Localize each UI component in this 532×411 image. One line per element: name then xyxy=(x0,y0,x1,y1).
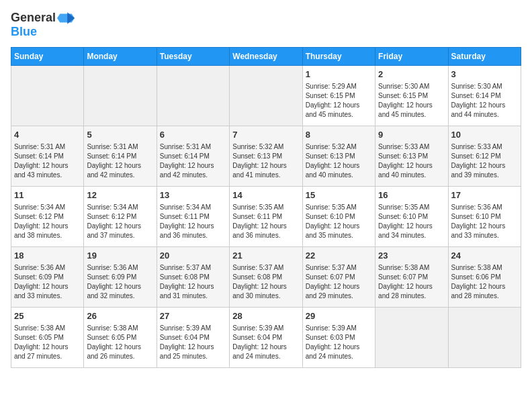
calendar-cell: 25Sunrise: 5:38 AM Sunset: 6:05 PM Dayli… xyxy=(11,307,84,367)
day-info: Sunrise: 5:36 AM Sunset: 6:10 PM Dayligh… xyxy=(451,203,518,240)
calendar-week-1: 1Sunrise: 5:29 AM Sunset: 6:15 PM Daylig… xyxy=(11,65,521,126)
calendar-cell xyxy=(448,307,521,367)
col-header-tuesday: Tuesday xyxy=(157,47,229,65)
day-info: Sunrise: 5:38 AM Sunset: 6:06 PM Dayligh… xyxy=(451,263,518,301)
day-number: 7 xyxy=(232,129,299,141)
day-info: Sunrise: 5:30 AM Sunset: 6:14 PM Dayligh… xyxy=(451,82,518,120)
calendar-cell xyxy=(375,307,448,367)
calendar-week-5: 25Sunrise: 5:38 AM Sunset: 6:05 PM Dayli… xyxy=(11,307,521,367)
calendar-cell: 6Sunrise: 5:31 AM Sunset: 6:14 PM Daylig… xyxy=(157,126,229,186)
calendar-cell: 3Sunrise: 5:30 AM Sunset: 6:14 PM Daylig… xyxy=(448,65,521,126)
day-number: 8 xyxy=(306,129,372,141)
day-number: 13 xyxy=(160,189,226,201)
day-number: 14 xyxy=(232,189,299,201)
calendar-cell: 18Sunrise: 5:36 AM Sunset: 6:09 PM Dayli… xyxy=(11,246,84,307)
day-info: Sunrise: 5:36 AM Sunset: 6:09 PM Dayligh… xyxy=(87,263,153,301)
day-number: 2 xyxy=(378,68,445,81)
day-info: Sunrise: 5:31 AM Sunset: 6:14 PM Dayligh… xyxy=(87,142,153,180)
calendar-cell: 29Sunrise: 5:39 AM Sunset: 6:03 PM Dayli… xyxy=(302,307,375,367)
calendar-cell: 12Sunrise: 5:34 AM Sunset: 6:12 PM Dayli… xyxy=(84,186,157,246)
calendar-cell xyxy=(84,65,157,126)
day-info: Sunrise: 5:35 AM Sunset: 6:10 PM Dayligh… xyxy=(306,203,372,240)
day-number: 28 xyxy=(232,310,299,322)
day-info: Sunrise: 5:38 AM Sunset: 6:05 PM Dayligh… xyxy=(87,324,153,361)
calendar-cell: 1Sunrise: 5:29 AM Sunset: 6:15 PM Daylig… xyxy=(302,65,375,126)
col-header-thursday: Thursday xyxy=(302,47,375,65)
col-header-monday: Monday xyxy=(84,47,157,65)
calendar-week-2: 4Sunrise: 5:31 AM Sunset: 6:14 PM Daylig… xyxy=(11,126,521,186)
day-info: Sunrise: 5:35 AM Sunset: 6:11 PM Dayligh… xyxy=(232,203,299,240)
calendar-week-3: 11Sunrise: 5:34 AM Sunset: 6:12 PM Dayli… xyxy=(11,186,521,246)
day-info: Sunrise: 5:37 AM Sunset: 6:08 PM Dayligh… xyxy=(160,263,226,301)
day-info: Sunrise: 5:33 AM Sunset: 6:12 PM Dayligh… xyxy=(451,142,518,180)
day-number: 19 xyxy=(87,250,153,262)
calendar-cell: 8Sunrise: 5:32 AM Sunset: 6:13 PM Daylig… xyxy=(302,126,375,186)
day-info: Sunrise: 5:34 AM Sunset: 6:11 PM Dayligh… xyxy=(160,203,226,240)
day-info: Sunrise: 5:38 AM Sunset: 6:07 PM Dayligh… xyxy=(378,263,445,301)
col-header-friday: Friday xyxy=(375,47,448,65)
day-info: Sunrise: 5:34 AM Sunset: 6:12 PM Dayligh… xyxy=(14,203,81,240)
day-number: 1 xyxy=(306,68,372,81)
calendar-cell: 4Sunrise: 5:31 AM Sunset: 6:14 PM Daylig… xyxy=(11,126,84,186)
day-info: Sunrise: 5:31 AM Sunset: 6:14 PM Dayligh… xyxy=(14,142,81,180)
calendar-cell: 24Sunrise: 5:38 AM Sunset: 6:06 PM Dayli… xyxy=(448,246,521,307)
calendar-cell: 17Sunrise: 5:36 AM Sunset: 6:10 PM Dayli… xyxy=(448,186,521,246)
day-number: 24 xyxy=(451,250,518,262)
calendar-cell: 11Sunrise: 5:34 AM Sunset: 6:12 PM Dayli… xyxy=(11,186,84,246)
day-info: Sunrise: 5:35 AM Sunset: 6:10 PM Dayligh… xyxy=(378,203,445,240)
day-number: 29 xyxy=(306,310,372,322)
day-info: Sunrise: 5:33 AM Sunset: 6:13 PM Dayligh… xyxy=(378,142,445,180)
col-header-wednesday: Wednesday xyxy=(230,47,302,65)
calendar-cell: 14Sunrise: 5:35 AM Sunset: 6:11 PM Dayli… xyxy=(230,186,302,246)
logo: General Blue xyxy=(11,11,75,39)
day-number: 27 xyxy=(160,310,226,322)
calendar-cell: 28Sunrise: 5:39 AM Sunset: 6:04 PM Dayli… xyxy=(230,307,302,367)
day-number: 16 xyxy=(378,189,445,201)
calendar-cell xyxy=(11,65,84,126)
day-number: 11 xyxy=(14,189,81,201)
calendar-cell: 10Sunrise: 5:33 AM Sunset: 6:12 PM Dayli… xyxy=(448,126,521,186)
calendar-cell xyxy=(230,65,302,126)
calendar-cell: 20Sunrise: 5:37 AM Sunset: 6:08 PM Dayli… xyxy=(157,246,229,307)
day-number: 12 xyxy=(87,189,153,201)
day-info: Sunrise: 5:34 AM Sunset: 6:12 PM Dayligh… xyxy=(87,203,153,240)
day-number: 10 xyxy=(451,129,518,141)
day-info: Sunrise: 5:29 AM Sunset: 6:15 PM Dayligh… xyxy=(306,82,372,120)
day-number: 23 xyxy=(378,250,445,262)
page-header: General Blue xyxy=(11,11,521,39)
calendar-cell: 16Sunrise: 5:35 AM Sunset: 6:10 PM Dayli… xyxy=(375,186,448,246)
day-number: 21 xyxy=(232,250,299,262)
calendar-table: SundayMondayTuesdayWednesdayThursdayFrid… xyxy=(11,47,521,368)
calendar-cell: 2Sunrise: 5:30 AM Sunset: 6:15 PM Daylig… xyxy=(375,65,448,126)
day-number: 4 xyxy=(14,129,81,141)
day-number: 6 xyxy=(160,129,226,141)
day-number: 22 xyxy=(306,250,372,262)
calendar-cell: 27Sunrise: 5:39 AM Sunset: 6:04 PM Dayli… xyxy=(157,307,229,367)
day-number: 25 xyxy=(14,310,81,322)
day-info: Sunrise: 5:36 AM Sunset: 6:09 PM Dayligh… xyxy=(14,263,81,301)
day-info: Sunrise: 5:31 AM Sunset: 6:14 PM Dayligh… xyxy=(160,142,226,180)
calendar-week-4: 18Sunrise: 5:36 AM Sunset: 6:09 PM Dayli… xyxy=(11,246,521,307)
day-number: 3 xyxy=(451,68,518,81)
calendar-cell: 19Sunrise: 5:36 AM Sunset: 6:09 PM Dayli… xyxy=(84,246,157,307)
day-info: Sunrise: 5:32 AM Sunset: 6:13 PM Dayligh… xyxy=(306,142,372,180)
day-number: 26 xyxy=(87,310,153,322)
calendar-cell: 22Sunrise: 5:37 AM Sunset: 6:07 PM Dayli… xyxy=(302,246,375,307)
day-number: 15 xyxy=(306,189,372,201)
logo-general-text: General xyxy=(11,11,56,25)
calendar-cell: 13Sunrise: 5:34 AM Sunset: 6:11 PM Dayli… xyxy=(157,186,229,246)
calendar-cell: 9Sunrise: 5:33 AM Sunset: 6:13 PM Daylig… xyxy=(375,126,448,186)
day-info: Sunrise: 5:39 AM Sunset: 6:03 PM Dayligh… xyxy=(306,324,372,361)
day-info: Sunrise: 5:32 AM Sunset: 6:13 PM Dayligh… xyxy=(232,142,299,180)
day-info: Sunrise: 5:30 AM Sunset: 6:15 PM Dayligh… xyxy=(378,82,445,120)
col-header-saturday: Saturday xyxy=(448,47,521,65)
day-info: Sunrise: 5:37 AM Sunset: 6:07 PM Dayligh… xyxy=(306,263,372,301)
day-number: 9 xyxy=(378,129,445,141)
calendar-cell: 7Sunrise: 5:32 AM Sunset: 6:13 PM Daylig… xyxy=(230,126,302,186)
day-info: Sunrise: 5:37 AM Sunset: 6:08 PM Dayligh… xyxy=(232,263,299,301)
day-info: Sunrise: 5:38 AM Sunset: 6:05 PM Dayligh… xyxy=(14,324,81,361)
calendar-header-row: SundayMondayTuesdayWednesdayThursdayFrid… xyxy=(11,47,521,65)
day-number: 5 xyxy=(87,129,153,141)
day-number: 17 xyxy=(451,189,518,201)
day-info: Sunrise: 5:39 AM Sunset: 6:04 PM Dayligh… xyxy=(232,324,299,361)
